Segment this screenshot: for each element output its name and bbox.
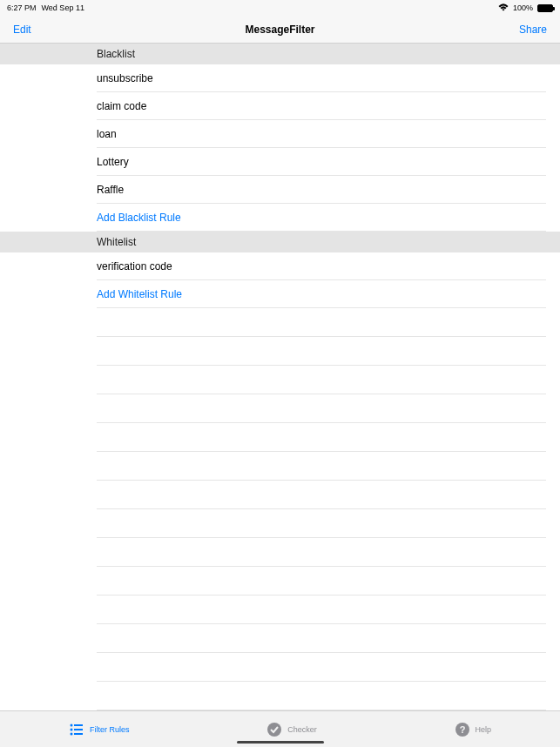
home-indicator[interactable]: [237, 741, 324, 744]
help-icon: ?: [455, 722, 470, 737]
empty-row: [0, 567, 560, 596]
empty-row: [0, 596, 560, 624]
tab-label: Filter Rules: [90, 725, 130, 734]
list-item[interactable]: Raffle: [0, 176, 560, 204]
empty-row: [0, 481, 560, 509]
svg-rect-5: [74, 733, 83, 735]
empty-row: [0, 394, 560, 423]
svg-point-4: [70, 732, 72, 735]
svg-point-2: [70, 728, 72, 730]
svg-point-0: [70, 723, 72, 726]
section-header-whitelist: Whitelist: [0, 232, 560, 252]
content-area: Blacklist unsubscribe claim code loan Lo…: [0, 44, 560, 710]
status-right: 100%: [498, 3, 553, 13]
empty-row: [0, 682, 560, 710]
share-button[interactable]: Share: [519, 24, 547, 36]
check-icon: [267, 722, 282, 737]
tab-label: Help: [476, 725, 492, 734]
list-icon: [69, 722, 84, 737]
list-item[interactable]: loan: [0, 120, 560, 148]
list-item[interactable]: Lottery: [0, 148, 560, 176]
wifi-icon: [498, 3, 509, 13]
status-date: Wed Sep 11: [42, 3, 84, 12]
status-battery-pct: 100%: [513, 3, 533, 12]
tab-help[interactable]: ? Help: [455, 722, 492, 737]
tab-label: Checker: [287, 725, 317, 734]
svg-rect-1: [74, 724, 83, 726]
status-bar: 6:27 PM Wed Sep 11 100%: [0, 0, 560, 16]
svg-text:?: ?: [459, 724, 465, 735]
empty-row: [0, 653, 560, 682]
add-blacklist-button[interactable]: Add Blacklist Rule: [0, 204, 560, 232]
nav-bar: Edit MessageFilter Share: [0, 16, 560, 44]
page-title: MessageFilter: [245, 24, 314, 36]
tab-filter-rules[interactable]: Filter Rules: [69, 722, 130, 737]
empty-row: [0, 452, 560, 481]
list-item[interactable]: unsubscribe: [0, 64, 560, 92]
empty-row: [0, 423, 560, 452]
tab-checker[interactable]: Checker: [267, 722, 317, 737]
edit-button[interactable]: Edit: [13, 24, 31, 36]
add-whitelist-button[interactable]: Add Whitelist Rule: [0, 280, 560, 308]
status-left: 6:27 PM Wed Sep 11: [7, 3, 84, 12]
svg-rect-3: [74, 729, 83, 730]
battery-icon: [537, 4, 553, 12]
empty-row: [0, 509, 560, 538]
empty-row: [0, 624, 560, 653]
status-time: 6:27 PM: [7, 3, 37, 12]
section-header-blacklist: Blacklist: [0, 44, 560, 64]
list-item[interactable]: verification code: [0, 252, 560, 280]
list-item[interactable]: claim code: [0, 92, 560, 120]
empty-row: [0, 337, 560, 366]
svg-point-6: [267, 723, 281, 737]
empty-row: [0, 308, 560, 337]
empty-row: [0, 366, 560, 394]
empty-row: [0, 538, 560, 567]
